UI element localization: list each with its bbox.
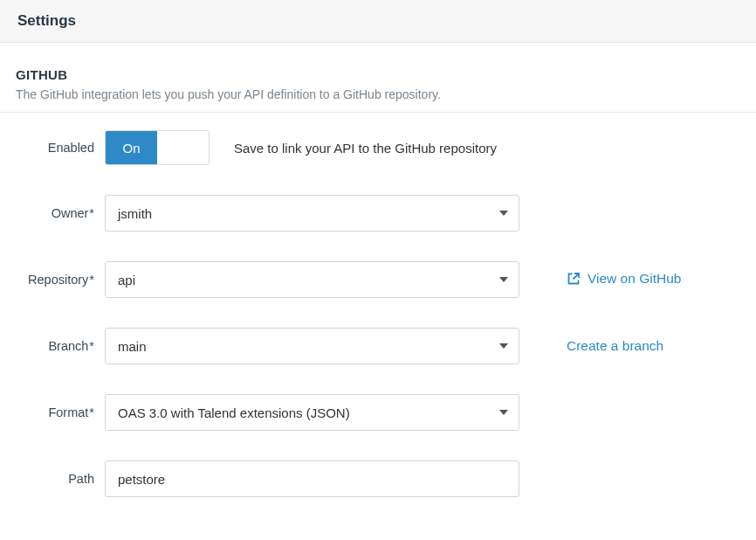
chevron-down-icon [499, 262, 508, 297]
github-form: Enabled On Save to link your API to the … [0, 113, 756, 497]
required-marker: * [89, 339, 94, 353]
enabled-hint: Save to link your API to the GitHub repo… [234, 141, 497, 156]
enabled-toggle[interactable]: On [105, 130, 210, 165]
row-format: Format* OAS 3.0 with Talend extensions (… [0, 394, 756, 431]
path-input-wrapper [105, 460, 519, 497]
github-section-description: The GitHub integration lets you push you… [16, 87, 740, 101]
branch-select-value: main [118, 339, 147, 354]
label-branch: Branch* [0, 339, 105, 353]
page-title: Settings [17, 12, 739, 30]
label-owner: Owner* [0, 206, 105, 220]
settings-header: Settings [0, 0, 756, 43]
view-on-github-link[interactable]: View on GitHub [567, 271, 681, 287]
path-input[interactable] [118, 461, 487, 496]
branch-select[interactable]: main [105, 328, 519, 364]
row-owner: Owner* jsmith [0, 195, 756, 232]
chevron-down-icon [499, 329, 508, 363]
format-select[interactable]: OAS 3.0 with Talend extensions (JSON) [105, 394, 519, 431]
enabled-toggle-off[interactable] [157, 131, 209, 164]
github-section-title: GITHUB [16, 67, 740, 82]
format-select-value: OAS 3.0 with Talend extensions (JSON) [118, 405, 350, 420]
create-branch-link[interactable]: Create a branch [567, 338, 663, 354]
row-enabled: Enabled On Save to link your API to the … [0, 130, 756, 165]
repository-select[interactable]: api [105, 261, 519, 298]
label-format: Format* [0, 405, 105, 419]
required-marker: * [89, 405, 94, 419]
repository-select-value: api [118, 273, 135, 287]
row-path: Path [0, 460, 756, 497]
enabled-toggle-on[interactable]: On [106, 131, 157, 164]
label-enabled: Enabled [0, 141, 105, 155]
owner-select[interactable]: jsmith [105, 195, 519, 232]
label-repository: Repository* [0, 273, 105, 287]
required-marker: * [89, 273, 94, 287]
label-path: Path [0, 472, 105, 486]
chevron-down-icon [499, 196, 508, 231]
row-repository: Repository* api View on GitHub [0, 261, 756, 298]
view-on-github-label: View on GitHub [588, 271, 681, 287]
external-link-icon [567, 272, 581, 286]
chevron-down-icon [499, 395, 508, 430]
row-branch: Branch* main Create a branch [0, 328, 756, 364]
github-section-header: GITHUB The GitHub integration lets you p… [0, 43, 756, 113]
required-marker: * [89, 206, 94, 220]
owner-select-value: jsmith [118, 206, 152, 221]
